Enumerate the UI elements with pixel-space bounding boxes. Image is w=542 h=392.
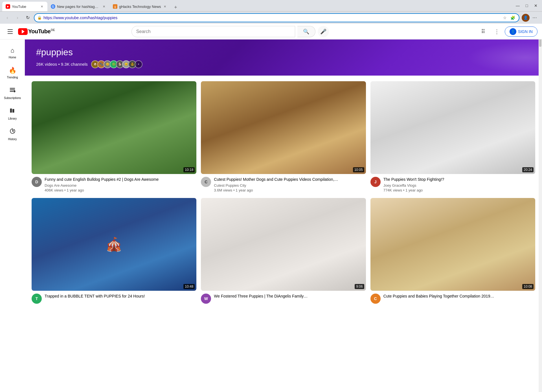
tab-favicon-ghacks1: G (51, 4, 55, 9)
extension-button[interactable]: 🧩 (509, 14, 516, 21)
sidebar-label-home: Home (9, 56, 16, 59)
main-content: #puppies 26K videos • 9.3K channels 🐶 🐾 … (25, 39, 542, 392)
video-channel-1: Dogs Are Awesome (45, 183, 196, 188)
tab-favicon-youtube: ▶ (6, 4, 10, 9)
browser-toolbar: ‹ › ↻ 🔒 ☆ 🧩 👤 ⋯ (0, 11, 542, 24)
channel-avatar-6: C (370, 294, 381, 304)
video-card-1[interactable]: 10:18 D Funny and cute English Bulldog P… (32, 81, 196, 192)
history-icon (9, 128, 16, 136)
tab-close-ghacks2[interactable]: ✕ (163, 4, 167, 9)
video-stats-3: 774K views • 1 year ago (383, 188, 535, 192)
bookmark-button[interactable]: ☆ (501, 14, 508, 21)
search-button[interactable]: 🔍 (297, 26, 315, 37)
banner-stats: 26K videos • 9.3K channels (36, 62, 88, 67)
voice-search-button[interactable]: 🎤 (318, 26, 329, 37)
video-meta-3: The Puppies Won't Stop Fighting!? Joey G… (383, 177, 535, 193)
duration-6: 10:08 (522, 284, 534, 289)
tab-title-youtube: YouTube (12, 5, 38, 9)
video-grid: 10:18 D Funny and cute English Bulldog P… (25, 76, 542, 309)
video-channel-2: Cutest Puppies City (214, 183, 366, 188)
search-box (131, 26, 295, 37)
sidebar-item-home[interactable]: ⌂ Home (0, 43, 25, 63)
scrollbar[interactable] (539, 24, 542, 392)
address-actions: ☆ 🧩 (501, 14, 516, 21)
video-title-1: Funny and cute English Bulldog Puppies #… (45, 177, 196, 182)
channel-avatar-4: T (32, 294, 42, 304)
thumbnail-2: 10:05 (201, 81, 366, 174)
svg-rect-4 (10, 109, 12, 113)
browser-titlebar: ▶ YouTube ✕ G New pages for hashtags on … (0, 0, 542, 11)
youtube-logo-icon (18, 28, 28, 35)
svg-rect-5 (12, 109, 14, 113)
video-info-5: W We Fostered Three Puppies | The DiAnge… (201, 294, 366, 304)
back-button[interactable]: ‹ (3, 14, 11, 22)
duration-2: 10:05 (353, 167, 364, 172)
apps-button[interactable]: ⠿ (478, 26, 489, 37)
address-input[interactable] (43, 16, 500, 20)
sidebar-label-library: Library (8, 117, 17, 120)
duration-4: 10:48 (183, 284, 195, 289)
tab-ghacks2[interactable]: g gHacks Technology News ✕ (109, 2, 171, 11)
thumbnail-4: 🎪 10:48 (32, 198, 196, 291)
video-card-5[interactable]: 9:06 W We Fostered Three Puppies | The D… (201, 198, 366, 304)
sidebar-item-library[interactable]: Library (0, 103, 25, 124)
maximize-button[interactable]: □ (523, 2, 531, 10)
address-bar[interactable]: 🔒 ☆ 🧩 (34, 13, 519, 22)
video-info-1: D Funny and cute English Bulldog Puppies… (32, 177, 196, 193)
forward-button[interactable]: › (14, 14, 21, 22)
search-input[interactable] (136, 29, 290, 34)
video-stats-1: 406K views • 1 year ago (45, 188, 196, 192)
youtube-app: YouTubeDE 🔍 🎤 ⠿ ⋮ 👤 SIGN IN (0, 24, 542, 392)
sign-in-button[interactable]: 👤 SIGN IN (505, 27, 537, 37)
duration-1: 10:18 (183, 167, 195, 172)
video-title-6: Cute Puppies and Babies Playing Together… (383, 294, 535, 299)
close-button[interactable]: ✕ (532, 2, 540, 10)
banner-avatar-8: + (135, 60, 142, 68)
video-info-6: C Cute Puppies and Babies Playing Togeth… (370, 294, 535, 304)
youtube-logo[interactable]: YouTubeDE (18, 28, 55, 35)
browser-profile-avatar[interactable]: 👤 (522, 14, 530, 22)
new-tab-button[interactable]: + (172, 3, 180, 11)
video-info-4: T Trapped in a BUBBLE TENT with PUPPIES … (32, 294, 196, 304)
browser-toolbar-right: 👤 ⋯ (522, 14, 539, 22)
video-card-6[interactable]: 10:08 C Cute Puppies and Babies Playing … (370, 198, 535, 304)
tab-close-ghacks1[interactable]: ✕ (102, 4, 106, 9)
window-controls: — □ ✕ (514, 2, 540, 10)
thumbnail-3: 20:24 (370, 81, 535, 174)
video-info-3: J The Puppies Won't Stop Fighting!? Joey… (370, 177, 535, 193)
thumbnail-6: 10:08 (370, 198, 535, 291)
tab-favicon-ghacks2: g (113, 4, 117, 9)
sidebar-item-history[interactable]: History (0, 124, 25, 145)
banner-channel-avatars: 🐶 🐾 😊 🟢 🐕 😐 😎 + (91, 60, 142, 68)
hashtag-banner: #puppies 26K videos • 9.3K channels 🐶 🐾 … (25, 39, 542, 76)
reload-button[interactable]: ↻ (24, 14, 32, 22)
channel-avatar-3: J (370, 177, 381, 187)
menu-button[interactable] (5, 26, 16, 37)
sign-in-avatar-icon: 👤 (510, 28, 516, 35)
tab-youtube[interactable]: ▶ YouTube ✕ (2, 2, 47, 11)
video-card-4[interactable]: 🎪 10:48 T Trapped in a BUBBLE TENT with … (32, 198, 196, 304)
tab-ghacks1[interactable]: G New pages for hashtags on You… ✕ (47, 2, 109, 11)
thumbnail-1: 10:18 (32, 81, 196, 174)
video-stats-2: 3.6M views • 1 year ago (214, 188, 366, 192)
logo-area: YouTubeDE (5, 26, 55, 37)
search-area: 🔍 🎤 (131, 26, 329, 37)
svg-rect-0 (10, 88, 15, 89)
video-meta-6: Cute Puppies and Babies Playing Together… (383, 294, 535, 304)
svg-point-3 (14, 91, 15, 92)
youtube-logo-text: YouTubeDE (28, 28, 55, 35)
banner-content: #puppies 26K videos • 9.3K channels 🐶 🐾 … (36, 47, 142, 68)
video-card-3[interactable]: 20:24 J The Puppies Won't Stop Fighting!… (370, 81, 535, 192)
browser-menu-button[interactable]: ⋯ (531, 14, 539, 22)
video-card-2[interactable]: 10:05 C Cutest Puppies! Mother Dogs and … (201, 81, 366, 192)
sidebar-item-subscriptions[interactable]: Subscriptions (0, 83, 25, 103)
tab-close-youtube[interactable]: ✕ (40, 4, 44, 9)
channel-avatar-2: C (201, 177, 211, 187)
sidebar-label-subscriptions: Subscriptions (4, 96, 21, 100)
video-title-3: The Puppies Won't Stop Fighting!? (383, 177, 535, 182)
hashtag-title: #puppies (36, 47, 142, 58)
browser-frame: ▶ YouTube ✕ G New pages for hashtags on … (0, 0, 542, 392)
more-options-button[interactable]: ⋮ (491, 26, 502, 37)
minimize-button[interactable]: — (514, 2, 522, 10)
sidebar-item-trending[interactable]: 🔥 Trending (0, 63, 25, 83)
